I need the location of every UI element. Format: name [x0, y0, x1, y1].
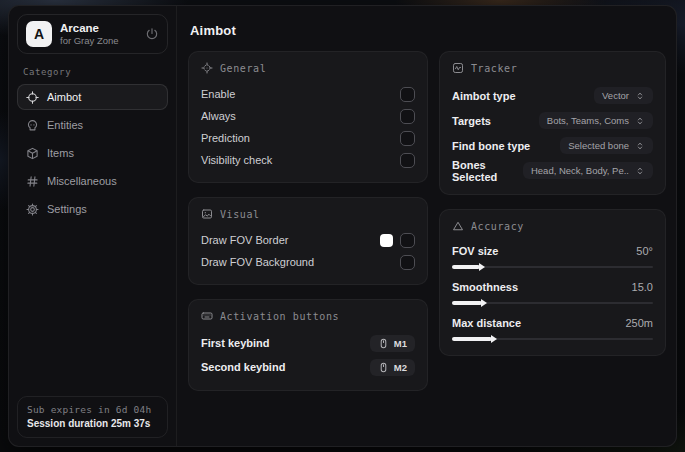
max-distance-value: 250m: [625, 317, 653, 329]
brand-text: Arcane for Gray Zone: [60, 22, 119, 46]
section-title: General: [220, 63, 266, 74]
row-label: Always: [201, 110, 400, 122]
visibility-check-checkbox[interactable]: [400, 153, 415, 168]
mouse-icon: [378, 338, 389, 349]
toggle-row-visibility-check: Visibility check: [201, 149, 415, 171]
draw-fov-border-checkbox[interactable]: [400, 233, 415, 248]
chevron-up-down-icon: [635, 166, 645, 176]
slider-fill[interactable]: [452, 337, 492, 341]
cube-icon: [26, 147, 39, 160]
bones-selected-select[interactable]: Head, Neck, Body, Pe..: [523, 162, 653, 179]
gear-icon: [26, 203, 39, 216]
sidebar-item-entities[interactable]: Entities: [17, 112, 168, 138]
targets-select[interactable]: Bots, Teams, Coms: [539, 112, 653, 129]
accuracy-card-header: Accuracy: [452, 220, 653, 232]
sidebar-item-settings[interactable]: Settings: [17, 196, 168, 222]
keybind-value: M2: [394, 362, 407, 373]
visual-card: Visual Draw FOV Border Draw FOV Backgrou…: [188, 197, 428, 285]
keybind-row-first: First keybind M1: [201, 331, 415, 355]
find-bone-type-select[interactable]: Selected bone: [560, 137, 653, 154]
session-duration-text: Session duration 25m 37s: [27, 418, 158, 429]
row-label: First keybind: [201, 337, 370, 349]
select-row-find-bone-type: Find bone type Selected bone: [452, 133, 653, 158]
second-keybind-button[interactable]: M2: [370, 359, 415, 376]
toggle-row-always: Always: [201, 105, 415, 127]
always-checkbox[interactable]: [400, 109, 415, 124]
skull-icon: [26, 119, 39, 132]
sidebar-item-label: Settings: [47, 203, 87, 215]
cheat-menu-window: A Arcane for Gray Zone Category Aimbot E…: [8, 5, 677, 447]
app-subtitle: for Gray Zone: [60, 35, 119, 46]
sidebar-item-label: Items: [47, 147, 74, 159]
select-row-aimbot-type: Aimbot type Vector: [452, 83, 653, 108]
toggle-row-enable: Enable: [201, 83, 415, 105]
row-label: Find bone type: [452, 140, 560, 152]
select-value: Vector: [602, 90, 629, 101]
enable-checkbox[interactable]: [400, 87, 415, 102]
slider-row-smoothness: Smoothness 15.0: [452, 277, 653, 304]
activity-icon: [452, 62, 464, 74]
row-label: Enable: [201, 88, 400, 100]
sidebar-item-label: Miscellaneous: [47, 175, 117, 187]
sidebar-item-label: Entities: [47, 119, 83, 131]
select-value: Head, Neck, Body, Pe..: [531, 165, 629, 176]
smoothness-value: 15.0: [632, 281, 653, 293]
draw-fov-background-checkbox[interactable]: [400, 255, 415, 270]
main-panel: Aimbot General Enable: [177, 6, 676, 446]
max-distance-slider[interactable]: [452, 338, 653, 340]
app-logo: A: [26, 21, 52, 47]
row-label: Max distance: [452, 317, 625, 329]
row-label: Smoothness: [452, 281, 632, 293]
select-row-targets: Targets Bots, Teams, Coms: [452, 108, 653, 133]
row-label: Bones Selected: [452, 159, 523, 183]
mouse-icon: [378, 362, 389, 373]
accuracy-card: Accuracy FOV size 50° Smoothness: [439, 209, 666, 356]
hash-icon: [26, 175, 39, 188]
general-card-header: General: [201, 62, 415, 74]
aimbot-type-select[interactable]: Vector: [594, 87, 653, 104]
toggle-row-draw-fov-background: Draw FOV Background: [201, 251, 415, 273]
activation-card-header: Activation buttons: [201, 310, 415, 322]
triangle-icon: [452, 220, 464, 232]
left-column: General Enable Always Prediction: [188, 51, 428, 391]
section-title: Tracker: [471, 63, 517, 74]
smoothness-slider[interactable]: [452, 302, 653, 304]
slider-row-fov-size: FOV size 50°: [452, 241, 653, 268]
keyboard-icon: [201, 310, 213, 322]
sidebar-item-items[interactable]: Items: [17, 140, 168, 166]
chevron-up-down-icon: [635, 91, 645, 101]
toggle-row-prediction: Prediction: [201, 127, 415, 149]
app-name: Arcane: [60, 22, 119, 34]
row-label: Aimbot type: [452, 90, 594, 102]
chevron-up-down-icon: [635, 116, 645, 126]
main-header: Aimbot: [177, 6, 676, 48]
category-label: Category: [23, 67, 162, 77]
row-label: Visibility check: [201, 154, 400, 166]
crosshair-icon: [26, 91, 39, 104]
sidebar-item-aimbot[interactable]: Aimbot: [17, 84, 168, 110]
visual-card-header: Visual: [201, 208, 415, 220]
slider-fill[interactable]: [452, 301, 482, 305]
fov-border-color-swatch[interactable]: [380, 234, 393, 247]
slider-fill[interactable]: [452, 265, 480, 269]
fov-size-slider[interactable]: [452, 266, 653, 268]
keybind-row-second: Second keybind M2: [201, 355, 415, 379]
fov-size-value: 50°: [636, 245, 653, 257]
right-column: Tracker Aimbot type Vector Targets: [439, 51, 666, 356]
sidebar-item-label: Aimbot: [47, 91, 81, 103]
sidebar: A Arcane for Gray Zone Category Aimbot E…: [9, 6, 177, 446]
prediction-checkbox[interactable]: [400, 131, 415, 146]
first-keybind-button[interactable]: M1: [370, 335, 415, 352]
power-icon[interactable]: [145, 27, 159, 41]
chevron-up-down-icon: [635, 141, 645, 151]
row-label: Draw FOV Background: [201, 256, 400, 268]
activation-buttons-card: Activation buttons First keybind M1 Seco…: [188, 299, 428, 391]
row-label: Targets: [452, 115, 539, 127]
row-label: FOV size: [452, 245, 636, 257]
tracker-card-header: Tracker: [452, 62, 653, 74]
sidebar-item-miscellaneous[interactable]: Miscellaneous: [17, 168, 168, 194]
brand-card: A Arcane for Gray Zone: [17, 14, 168, 54]
row-label: Prediction: [201, 132, 400, 144]
section-title: Accuracy: [471, 221, 524, 232]
toggle-row-draw-fov-border: Draw FOV Border: [201, 229, 415, 251]
